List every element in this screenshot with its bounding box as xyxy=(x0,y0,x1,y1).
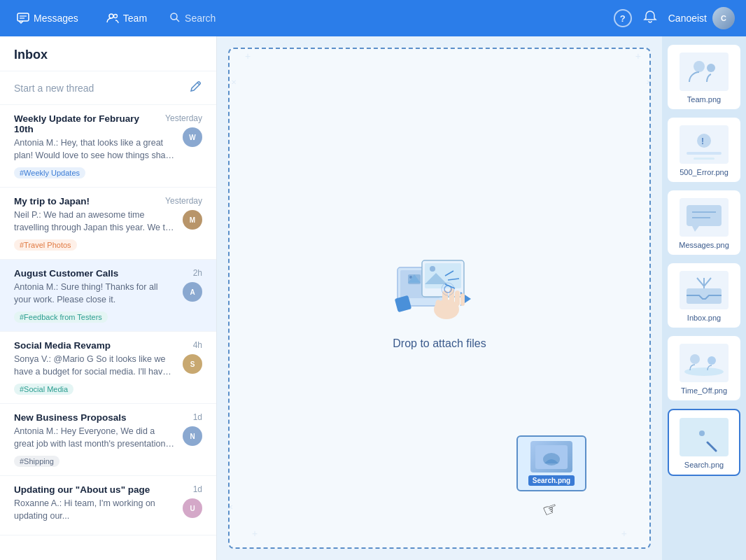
compose-icon[interactable] xyxy=(190,80,202,96)
svg-point-51 xyxy=(708,356,716,365)
nav-team[interactable]: Team xyxy=(101,9,153,27)
thread-time: 4h xyxy=(193,340,202,350)
thread-tag: #Travel Photos xyxy=(14,239,77,251)
inbox-title: Inbox xyxy=(14,48,202,62)
main-layout: Inbox Start a new thread Weekly Update f… xyxy=(0,36,746,560)
file-name: Time_Off.png xyxy=(681,386,727,395)
thread-title: New Business Proposals xyxy=(14,412,188,423)
messages-icon xyxy=(17,12,29,24)
svg-rect-21 xyxy=(449,288,454,305)
right-panel: Team.png ! 500_Error.png Messages.png xyxy=(662,36,746,560)
drop-zone[interactable]: Drop to attach files Search.png ☞ xyxy=(228,48,651,549)
dragged-file: Search.png xyxy=(516,435,586,491)
svg-text:!: ! xyxy=(701,136,704,146)
svg-rect-0 xyxy=(17,13,29,21)
thread-item[interactable]: August Customer Calls 2h Antonia M.: Sur… xyxy=(0,260,216,332)
user-name: Canoeist xyxy=(668,13,707,24)
thread-avatar: W xyxy=(183,127,202,147)
help-button[interactable]: ? xyxy=(614,9,632,27)
thread-title: Weekly Update for February 10th xyxy=(14,113,160,134)
thread-item[interactable]: New Business Proposals 1d Antonia M.: He… xyxy=(0,404,216,476)
thread-preview: Roxanne A.: Hi team, I'm working on upda… xyxy=(14,498,202,522)
thread-item[interactable]: Social Media Revamp 4h Sonya V.: @Mario … xyxy=(0,332,216,404)
search-icon xyxy=(169,12,181,25)
svg-point-4 xyxy=(113,15,117,18)
svg-rect-42 xyxy=(687,205,722,226)
nav-search[interactable]: Search xyxy=(169,12,216,25)
thread-avatar: N xyxy=(183,426,202,446)
thread-time: 1d xyxy=(193,484,202,494)
svg-rect-48 xyxy=(680,344,729,382)
svg-point-55 xyxy=(699,430,705,436)
thread-time: 2h xyxy=(193,268,202,278)
dragged-file-thumb xyxy=(530,441,572,472)
sidebar-header: Inbox xyxy=(0,36,216,71)
svg-point-5 xyxy=(171,13,177,20)
file-card[interactable]: ! 500_Error.png xyxy=(668,118,740,182)
svg-line-7 xyxy=(197,83,199,85)
file-thumb xyxy=(676,269,732,311)
nav-messages[interactable]: Messages xyxy=(11,9,84,27)
thread-preview: Antonia M.: Hey Everyone, We did a great… xyxy=(14,426,202,450)
content-area[interactable]: + + + + ✕ ✕ ✕ xyxy=(217,36,662,560)
file-name: 500_Error.png xyxy=(680,168,729,176)
thread-time: Yesterday xyxy=(165,196,202,206)
thread-avatar: M xyxy=(183,210,202,230)
svg-point-15 xyxy=(430,266,435,272)
thread-preview: Antonia M.: Hey, that looks like a great… xyxy=(14,137,202,162)
sidebar: Inbox Start a new thread Weekly Update f… xyxy=(0,36,217,560)
search-label: Search xyxy=(185,13,216,24)
svg-point-35 xyxy=(707,64,715,72)
file-name: Messages.png xyxy=(679,241,729,249)
file-card[interactable]: Inbox.png xyxy=(668,263,740,328)
thread-avatar: S xyxy=(183,354,202,374)
svg-point-37 xyxy=(697,134,711,148)
svg-point-3 xyxy=(109,14,113,18)
thread-tag: #Social Media xyxy=(14,384,73,395)
file-thumb: ! xyxy=(676,123,732,165)
user-profile[interactable]: Canoeist C xyxy=(668,7,735,29)
thread-avatar: A xyxy=(183,282,202,302)
file-thumb xyxy=(676,342,732,384)
file-name: Search.png xyxy=(684,461,724,469)
svg-point-50 xyxy=(690,354,700,364)
notification-bell[interactable] xyxy=(643,10,657,27)
file-card[interactable]: Time_Off.png xyxy=(668,336,740,400)
thread-title: My trip to Japan! xyxy=(14,196,160,206)
thread-item[interactable]: My trip to Japan! Yesterday Neil P.: We … xyxy=(0,188,216,260)
avatar: C xyxy=(712,7,735,29)
svg-rect-33 xyxy=(680,52,729,91)
thread-tag: #Shipping xyxy=(14,456,59,467)
file-card[interactable]: Messages.png xyxy=(668,190,740,255)
thread-tag: #Feedback from Testers xyxy=(14,312,108,323)
svg-rect-23 xyxy=(460,293,465,306)
new-thread-bar[interactable]: Start a new thread xyxy=(0,71,216,105)
svg-rect-40 xyxy=(694,158,715,160)
thread-time: 1d xyxy=(193,412,202,422)
file-thumb xyxy=(676,416,732,458)
thread-tag: #Weekly Updates xyxy=(14,167,85,178)
thread-title: Social Media Revamp xyxy=(14,340,188,351)
svg-line-6 xyxy=(176,19,179,22)
svg-rect-22 xyxy=(455,290,460,306)
thread-avatar: U xyxy=(183,498,202,518)
nav-messages-label: Messages xyxy=(34,13,78,24)
cursor-icon: ☞ xyxy=(540,498,561,522)
thread-time: Yesterday xyxy=(165,113,202,123)
thread-title: August Customer Calls xyxy=(14,268,188,279)
file-name: Inbox.png xyxy=(687,314,721,322)
file-card[interactable]: Team.png xyxy=(668,45,740,109)
file-thumb xyxy=(676,50,732,92)
new-thread-label: Start a new thread xyxy=(14,83,94,94)
svg-point-34 xyxy=(694,61,705,72)
drop-illustration xyxy=(383,246,495,337)
thread-title: Updating our "About us" page xyxy=(14,484,188,495)
file-thumb xyxy=(676,196,732,238)
thread-item[interactable]: Updating our "About us" page 1d Roxanne … xyxy=(0,476,216,536)
thread-item[interactable]: Weekly Update for February 10th Yesterda… xyxy=(0,105,216,188)
thread-preview: Antonia M.: Sure thing! Thanks for all y… xyxy=(14,281,202,306)
file-card[interactable]: Search.png xyxy=(668,409,740,476)
team-icon xyxy=(106,12,119,24)
nav-right: ? Canoeist C xyxy=(614,7,735,29)
thread-preview: Sonya V.: @Mario G So it looks like we h… xyxy=(14,354,202,378)
